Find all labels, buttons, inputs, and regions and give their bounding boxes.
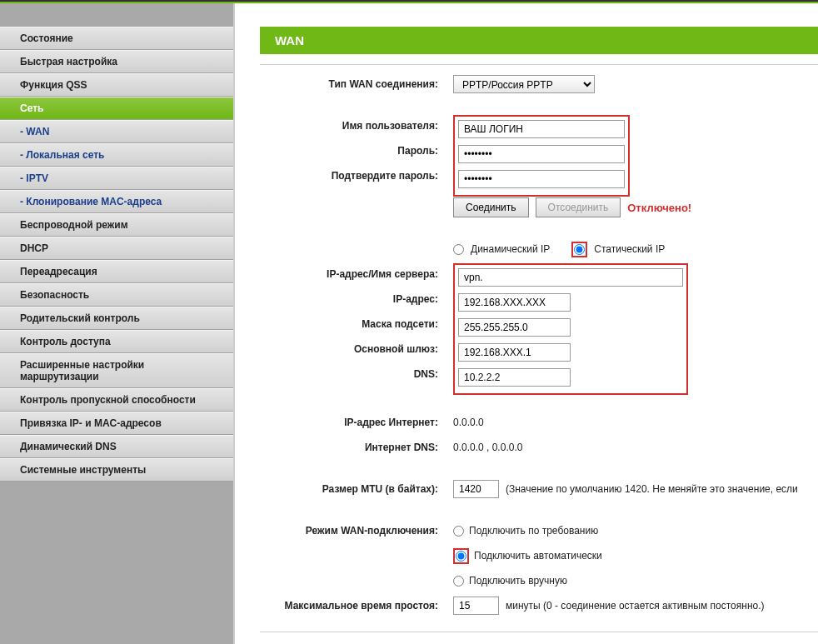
label-mtu: Размер MTU (в байтах): — [260, 483, 453, 495]
label-manual: Подключить вручную — [469, 575, 567, 587]
main-panel: WAN Тип WAN соединения: PPTP/Россия PPTP… — [233, 3, 818, 644]
panel-title: WAN — [260, 27, 818, 54]
sidebar-item-parental[interactable]: Родительский контроль — [0, 307, 233, 330]
sidebar-item-status[interactable]: Состояние — [0, 27, 233, 50]
sidebar-item-mac-clone[interactable]: - Клонирование MAC-адреса — [0, 190, 233, 213]
label-server: IP-адрес/Имя сервера: — [260, 268, 453, 280]
sidebar-item-routing[interactable]: Расширенные настройки маршрутизации — [0, 353, 233, 388]
sidebar-item-ip-mac[interactable]: Привязка IP- и MAC-адресов — [0, 412, 233, 435]
radio-manual[interactable] — [453, 576, 464, 587]
label-auto: Подключить автоматически — [474, 550, 602, 562]
label-static-ip: Статический IP — [594, 243, 665, 255]
label-wan-type: Тип WAN соединения: — [260, 78, 453, 90]
label-password: Пароль: — [260, 145, 453, 157]
disconnect-button[interactable]: Отсоединить — [536, 197, 621, 217]
label-dns: DNS: — [260, 368, 453, 380]
label-ip: IP-адрес: — [260, 293, 453, 305]
sidebar-item-iptv[interactable]: - IPTV — [0, 167, 233, 190]
label-username: Имя пользователя: — [260, 120, 453, 132]
input-username[interactable] — [458, 120, 625, 138]
connect-button[interactable]: Соединить — [453, 197, 529, 217]
sidebar-item-security[interactable]: Безопасность — [0, 283, 233, 307]
select-wan-type[interactable]: PPTP/Россия PPTP — [453, 75, 595, 93]
sidebar-item-system[interactable]: Системные инструменты — [0, 458, 233, 482]
input-server[interactable] — [458, 268, 683, 287]
static-ip-highlight — [571, 242, 587, 257]
sidebar-item-lan[interactable]: - Локальная сеть — [0, 143, 233, 167]
radio-dynamic-ip[interactable] — [453, 244, 464, 255]
sidebar-item-quick-setup[interactable]: Быстрая настройка — [0, 50, 233, 73]
label-dynamic-ip: Динамический IP — [471, 243, 550, 255]
input-password[interactable] — [458, 145, 625, 163]
sidebar-item-dhcp[interactable]: DHCP — [0, 237, 233, 260]
input-mtu[interactable] — [453, 480, 499, 498]
sidebar-item-ddns[interactable]: Динамический DNS — [0, 435, 233, 458]
radio-auto[interactable] — [456, 551, 466, 562]
radio-on-demand[interactable] — [453, 526, 464, 537]
sidebar-item-forwarding[interactable]: Переадресация — [0, 260, 233, 283]
sidebar-item-network[interactable]: Сеть — [0, 97, 233, 120]
credentials-highlight — [453, 115, 630, 197]
sidebar-item-qss[interactable]: Функция QSS — [0, 73, 233, 97]
label-wan-mode: Режим WAN-подключения: — [260, 525, 453, 537]
input-max-idle[interactable] — [453, 597, 499, 615]
value-inet-ip: 0.0.0.0 — [453, 417, 484, 428]
server-highlight — [453, 263, 688, 395]
hint-mtu: (Значение по умолчанию 1420. Не меняйте … — [506, 483, 798, 495]
auto-highlight — [453, 548, 469, 564]
label-gateway: Основной шлюз: — [260, 343, 453, 355]
label-confirm-password: Подтвердите пароль: — [260, 170, 453, 182]
hint-idle: минуты (0 - соединение остается активным… — [506, 600, 765, 612]
value-inet-dns: 0.0.0.0 , 0.0.0.0 — [453, 442, 522, 453]
label-max-idle: Максимальное время простоя: — [260, 600, 453, 612]
sidebar: Состояние Быстрая настройка Функция QSS … — [0, 3, 233, 644]
radio-static-ip[interactable] — [574, 244, 585, 255]
sidebar-item-wan[interactable]: - WAN — [0, 120, 233, 143]
label-inet-dns: Интернет DNS: — [260, 442, 453, 453]
input-ip[interactable] — [458, 293, 571, 312]
connection-status: Отключено! — [627, 202, 691, 214]
sidebar-item-access-control[interactable]: Контроль доступа — [0, 330, 233, 353]
sidebar-item-wireless[interactable]: Беспроводной режим — [0, 213, 233, 237]
sidebar-item-bandwidth[interactable]: Контроль пропускной способности — [0, 388, 233, 412]
input-dns[interactable] — [458, 368, 571, 387]
label-mask: Маска подсети: — [260, 318, 453, 330]
label-inet-ip: IP-адрес Интернет: — [260, 417, 453, 428]
label-on-demand: Подключить по требованию — [469, 525, 598, 537]
input-confirm-password[interactable] — [458, 170, 625, 188]
input-gateway[interactable] — [458, 343, 571, 362]
input-mask[interactable] — [458, 318, 571, 337]
